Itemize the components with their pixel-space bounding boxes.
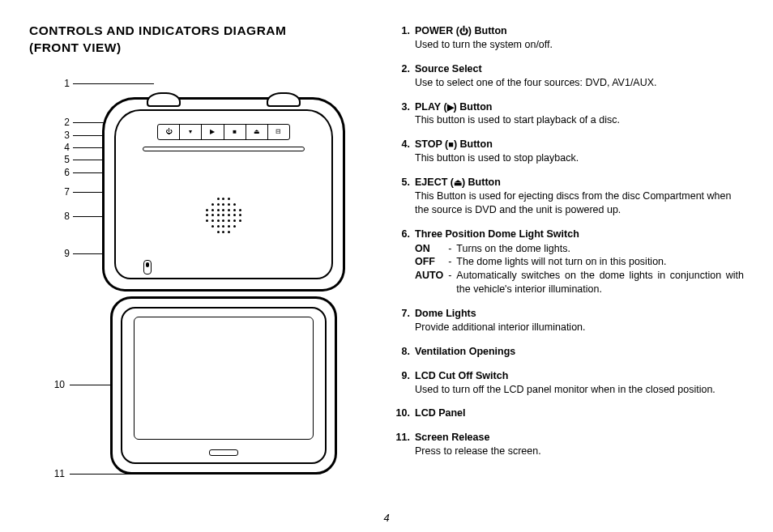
title-line-1: CONTROLS AND INDICATORS DIAGRAM [29, 23, 286, 37]
item-3: 3. PLAY (▶) Button This button is used t… [394, 100, 744, 128]
eject-icon: ⏏ [454, 178, 462, 187]
item-11: 11. Screen Release Press to release the … [394, 431, 744, 458]
ctrl-switch-icon: ⊟ [268, 125, 289, 139]
ctrl-eject-icon: ⏏ [246, 125, 268, 139]
diagram-label-10: 10 [47, 379, 65, 390]
item-title: LCD Panel [415, 407, 466, 419]
item-desc: Use to select one of the four sources: D… [415, 77, 657, 88]
title-line-2: (FRONT VIEW) [29, 40, 122, 54]
item-num: 8. [394, 345, 415, 359]
control-row: ⏻ ▾ ▶ ■ ⏏ ⊟ [157, 124, 290, 140]
item-num: 4. [394, 138, 415, 165]
item-desc: Used to turn the system on/off. [415, 39, 553, 50]
item-2: 2. Source Select Use to select one of th… [394, 62, 744, 90]
lcd-cutoff-switch [143, 260, 152, 275]
item-num: 1. [394, 24, 415, 52]
diagram: 1 2 3 4 5 6 7 8 9 10 11 ⏻ [29, 79, 369, 492]
left-column: CONTROLS AND INDICATORS DIAGRAM (FRONT V… [29, 23, 378, 516]
ctrl-play-icon: ▶ [202, 125, 224, 139]
item-title: Three Position Dome Light Switch [415, 228, 579, 240]
sub-val: Turns on the dome lights. [456, 242, 744, 256]
item-title: STOP (■) Button [415, 138, 493, 150]
item-num: 2. [394, 62, 415, 90]
sub-val: The dome lights will not turn on in this… [456, 255, 744, 269]
play-icon: ▶ [447, 103, 454, 112]
item-10: 10. LCD Panel [394, 406, 744, 420]
sub-dash: - [448, 255, 456, 269]
sub-key: ON [415, 242, 448, 256]
item-desc: Used to turn off the LCD panel monitor w… [415, 384, 715, 395]
item-5: 5. EJECT (⏏) Button This Button is used … [394, 176, 744, 217]
dome-light-left [147, 92, 181, 107]
item-num: 6. [394, 228, 415, 296]
item-desc: This Button is used for ejecting discs f… [415, 190, 731, 215]
item-title: PLAY (▶) Button [415, 101, 493, 113]
sub-dash: - [448, 242, 456, 256]
diagram-label-5: 5 [52, 154, 70, 165]
screen-release-button [209, 449, 238, 456]
item-desc: This button is used to stop playback. [415, 152, 579, 164]
item-num: 9. [394, 369, 415, 397]
description-list: 1. POWER (⏻) Button Used to turn the sys… [378, 23, 744, 516]
device-illustration: ⏻ ▾ ▶ ■ ⏏ ⊟ [102, 97, 345, 475]
ctrl-source-icon: ▾ [180, 125, 202, 139]
diagram-label-11: 11 [47, 468, 65, 479]
item-title: LCD Cut Off Switch [415, 370, 508, 381]
diagram-label-7: 7 [52, 186, 70, 198]
item-title: Ventilation Openings [415, 346, 515, 357]
sub-table: ON - Turns on the dome lights. OFF - The… [415, 242, 744, 297]
ctrl-power-icon: ⏻ [158, 125, 180, 139]
item-num: 11. [394, 431, 415, 458]
diagram-label-3: 3 [52, 130, 70, 141]
leader-1 [73, 83, 154, 84]
item-num: 3. [394, 100, 415, 128]
item-num: 5. [394, 176, 415, 217]
diagram-label-9: 9 [52, 248, 70, 259]
power-icon: ⏻ [459, 27, 468, 36]
sub-dash: - [448, 269, 456, 296]
item-desc: Press to release the screen. [415, 445, 541, 457]
diagram-label-6: 6 [52, 167, 70, 178]
diagram-label-2: 2 [52, 117, 70, 128]
ctrl-stop-icon: ■ [224, 125, 246, 139]
item-1: 1. POWER (⏻) Button Used to turn the sys… [394, 24, 744, 52]
item-num: 10. [394, 406, 415, 420]
disc-slot [143, 147, 305, 151]
item-title: Source Select [415, 63, 482, 74]
item-7: 7. Dome Lights Provide additional interi… [394, 307, 744, 334]
item-title: Screen Release [415, 432, 489, 443]
item-num: 7. [394, 307, 415, 334]
ventilation-openings [205, 197, 242, 234]
lcd-unit [110, 296, 337, 475]
diagram-label-8: 8 [52, 211, 70, 222]
item-desc: This button is used to start playback of… [415, 114, 620, 126]
sub-key: AUTO [415, 269, 448, 296]
diagram-label-4: 4 [52, 142, 70, 153]
item-title: EJECT (⏏) Button [415, 177, 501, 188]
page-number: 4 [383, 512, 389, 524]
item-title: Dome Lights [415, 308, 476, 319]
item-9: 9. LCD Cut Off Switch Used to turn off t… [394, 369, 744, 397]
page-title: CONTROLS AND INDICATORS DIAGRAM (FRONT V… [29, 23, 378, 57]
stop-icon: ■ [448, 140, 454, 149]
lcd-panel [134, 317, 314, 440]
item-6: 6. Three Position Dome Light Switch ON -… [394, 228, 744, 296]
item-desc: Provide additional interior illumination… [415, 321, 586, 333]
top-unit: ⏻ ▾ ▶ ■ ⏏ ⊟ [102, 97, 345, 292]
dome-light-right [267, 92, 301, 107]
diagram-label-1: 1 [52, 78, 70, 89]
item-title: POWER (⏻) Button [415, 25, 507, 36]
sub-val: Automatically switches on the dome light… [456, 269, 744, 296]
sub-key: OFF [415, 255, 448, 269]
item-8: 8. Ventilation Openings [394, 345, 744, 359]
item-4: 4. STOP (■) Button This button is used t… [394, 138, 744, 165]
